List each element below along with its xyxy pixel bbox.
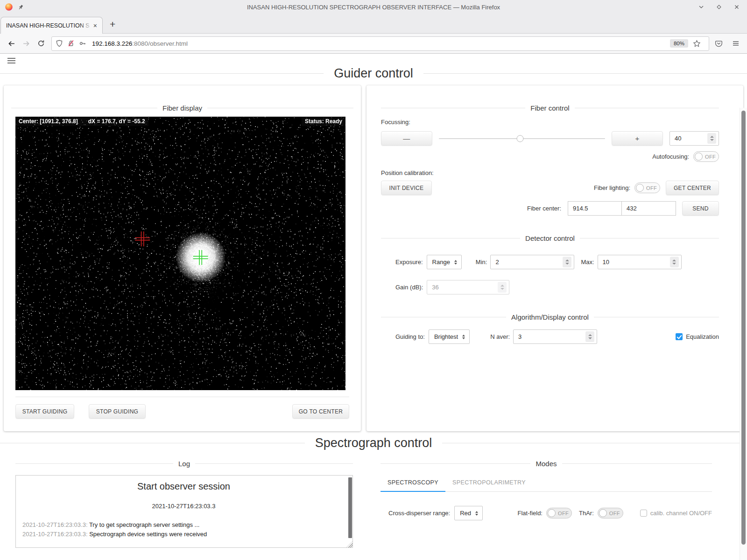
pocket-icon[interactable] [715,40,723,48]
min-label: Min: [476,259,487,266]
gain-input-disabled: 36 [427,280,509,294]
cross-disperser-label: Cross-disperser range: [388,510,450,517]
exposure-max-input[interactable]: 10 [598,255,682,269]
fiber-lighting-toggle-knob [636,184,644,192]
zoom-level-badge[interactable]: 80% [670,39,688,48]
back-button[interactable] [4,36,19,50]
focus-value-input[interactable]: 40 [669,131,719,146]
minimize-icon[interactable] [698,4,704,10]
flat-field-label: Flat-field: [518,510,543,517]
page-scrollbar[interactable] [740,108,747,560]
browser-tabbar: INASAN HIGH-RESOLUTION S × + [0,14,747,34]
close-window-icon[interactable] [734,4,740,10]
browser-tab[interactable]: INASAN HIGH-RESOLUTION S × [0,17,103,34]
url-domain: 192.168.3.226 [92,40,132,47]
tab-spectropolarimetry[interactable]: SPECTROPOLARIMETRY [445,475,533,491]
fiber-status-overlay-right: Status: Ready [302,117,345,126]
max-spinner[interactable] [670,257,679,267]
fiber-center-label: Fiber center: [527,205,561,212]
tab-spectroscopy[interactable]: SPECTROSCOPY [381,475,445,492]
fiber-lighting-label: Fiber lighting: [594,184,630,191]
calib-channel-label: calib. channel ON/OFF [650,510,712,517]
spectrograph-control-heading: Spectrograph control [0,431,747,450]
modes-panel: Modes SPECTROSCOPY SPECTROPOLARIMETRY Cr… [360,460,747,548]
log-resize-handle[interactable] [346,541,352,547]
autofocusing-label: Autofocusing: [652,153,689,160]
go-to-center-button[interactable]: GO TO CENTER [292,404,349,419]
fiber-center-x-input[interactable]: 914.5 [568,201,622,216]
focus-minus-button[interactable]: — [381,131,432,146]
fiber-display-legend: Fiber display [11,104,353,112]
log-entry: 2021-10-27T16:23:03.3: Try to get spectr… [22,520,345,530]
select-arrows-icon [475,511,478,516]
guider-control-heading: Guider control [0,54,747,81]
exposure-label: Exposure: [395,259,423,266]
autofocusing-toggle-knob [695,153,703,161]
focus-slider-thumb[interactable] [517,135,524,142]
focus-spinner[interactable] [707,133,716,144]
exposure-mode-select[interactable]: Range [427,255,462,269]
spectrograph-control-title: Spectrograph control [305,436,443,450]
algorithm-display-legend: Algorithm/Display control [381,313,719,321]
log-box[interactable]: Start observer session 2021-10-27T16:23:… [15,475,353,548]
fiber-center-y-input[interactable]: 432 [622,201,676,216]
url-path: :8080/observer.html [132,40,188,47]
modes-tabs: SPECTROSCOPY SPECTROPOLARIMETRY [381,475,712,492]
maximize-icon[interactable] [716,4,722,10]
n-aver-label: N aver: [490,333,510,340]
naver-spinner[interactable] [585,331,594,342]
thar-label: ThAr: [579,510,594,517]
n-aver-input[interactable]: 3 [513,329,597,344]
page-scrollbar-thumb[interactable] [741,111,746,545]
focus-plus-button[interactable]: + [612,131,663,146]
fiber-lighting-toggle[interactable]: OFF [634,182,660,193]
key-icon[interactable] [79,40,86,47]
url-bar[interactable]: 192.168.3.226:8080/observer.html 80% [51,36,709,51]
min-spinner[interactable] [563,257,571,267]
stop-guiding-button[interactable]: STOP GUIDING [89,404,146,419]
focus-slider[interactable] [439,138,605,139]
fiber-image[interactable] [15,117,345,390]
flat-field-toggle[interactable]: OFF [546,508,572,518]
gain-spinner [498,282,507,293]
calib-channel-checkbox[interactable] [640,510,647,517]
log-session-time: 2021-10-27T16:23:03.3 [22,503,345,510]
log-entry: 2021-10-27T16:23:03.3: Spectrograph devi… [22,530,345,539]
equalization-checkbox[interactable] [676,333,683,340]
detector-control-legend: Detector control [381,234,719,242]
get-center-button[interactable]: GET CENTER [666,181,719,195]
cross-disperser-select[interactable]: Red [454,506,483,520]
insecure-lock-icon[interactable] [67,40,75,47]
init-device-button[interactable]: INIT DEVICE [381,181,432,195]
log-scrollbar-thumb[interactable] [348,477,352,538]
thar-toggle-knob [599,509,607,517]
position-calibration-label: Position calibration: [381,169,719,176]
send-button[interactable]: SEND [682,201,719,216]
fiber-delta-readout: dX = 176.7, dY = -55.2 [88,118,145,125]
fiber-center-readout: Center: [1091.2, 376.8] [19,118,78,125]
new-tab-button[interactable]: + [110,19,115,29]
flat-field-toggle-knob [548,509,556,517]
reload-button[interactable] [34,36,49,50]
guiding-mode-select[interactable]: Brightest [429,329,470,344]
start-guiding-button[interactable]: START GUIDING [15,404,74,419]
log-session-title: Start observer session [22,481,345,492]
fiber-status-overlay-left: Center: [1091.2, 376.8] dX = 176.7, dY =… [15,117,148,126]
menu-icon[interactable] [732,40,740,47]
fiber-status-readout: Status: Ready [305,118,342,125]
fiber-control-panel: Fiber control Focussing: — + 40 Autofocu… [366,85,743,431]
tab-title: INASAN HIGH-RESOLUTION S [6,22,92,29]
autofocusing-toggle[interactable]: OFF [693,151,719,162]
modes-legend: Modes [381,460,712,468]
thar-toggle[interactable]: OFF [598,508,623,518]
guider-control-title: Guider control [324,66,423,81]
select-arrows-icon [454,260,457,265]
shield-icon[interactable] [56,40,63,47]
bookmark-star-icon[interactable] [693,40,701,48]
window-title: INASAN HIGH-RESOLUTION SPECTROGRAPH OBSE… [0,4,747,11]
exposure-min-input[interactable]: 2 [490,255,574,269]
page-hamburger-icon[interactable] [7,58,15,65]
equalization-label: Equalization [686,333,719,340]
forward-button[interactable] [19,36,34,50]
tab-close-icon[interactable]: × [92,22,99,29]
